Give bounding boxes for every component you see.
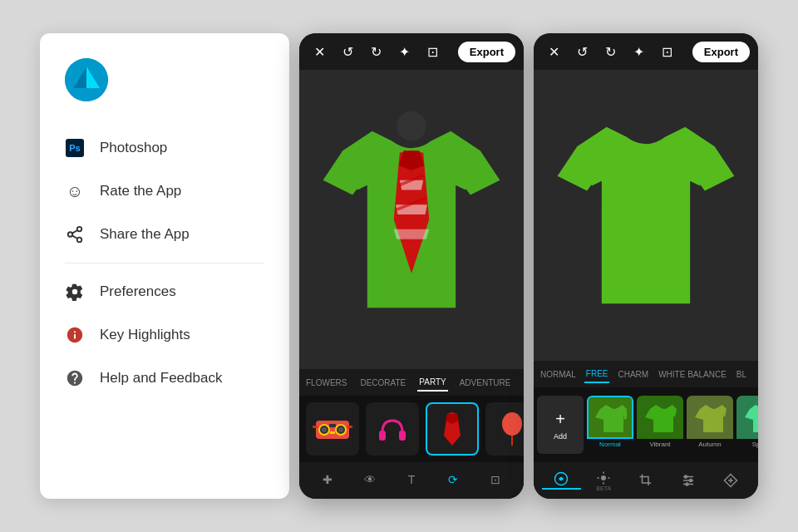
redo-icon[interactable]: ↻ (364, 40, 387, 63)
tab-eye[interactable]: 👁 (349, 473, 389, 488)
svg-point-16 (322, 427, 327, 432)
svg-point-31 (601, 475, 606, 480)
svg-point-37 (686, 483, 688, 485)
menu-highlights-label: Key Highlights (100, 327, 190, 343)
share-icon (65, 224, 85, 244)
cat-adventure[interactable]: ADVENTURE (458, 375, 513, 391)
svg-rect-19 (329, 424, 336, 427)
tshirt-plain-svg (546, 107, 746, 323)
middle-main-image (299, 70, 524, 369)
phone-right: ✕ ↺ ↻ ✦ ⊡ Export NORMAL FREE CHARM WHITE… (534, 33, 758, 499)
gear-icon (65, 282, 85, 302)
middle-toolbar: ✕ ↺ ↻ ✦ ⊡ Export (299, 33, 524, 70)
menu-item-photoshop[interactable]: Ps Photoshop (40, 126, 289, 170)
app-logo (65, 58, 108, 101)
app-container: Ps Photoshop ☺ Rate the App (0, 0, 798, 532)
phone-middle: ✕ ↺ ↻ ✦ ⊡ Export (299, 33, 524, 499)
undo-icon[interactable]: ↺ (336, 40, 359, 63)
svg-point-3 (77, 238, 82, 243)
action-adjust[interactable]: BETA (584, 470, 623, 491)
svg-line-4 (72, 235, 77, 239)
tab-camera[interactable]: ⊡ (475, 473, 515, 488)
compare-icon-right[interactable]: ⊡ (655, 40, 678, 63)
sticker-headphones[interactable] (366, 402, 419, 456)
menu-rate-label: Rate the App (100, 183, 181, 200)
export-button-right[interactable]: Export (692, 42, 750, 62)
right-toolbar: ✕ ↺ ↻ ✦ ⊡ Export (534, 33, 758, 70)
smiley-icon: ☺ (65, 181, 85, 201)
action-heal[interactable] (711, 473, 750, 488)
tab-text[interactable]: T (392, 473, 431, 488)
right-main-image (534, 70, 758, 361)
menu-help-label: Help and Feedback (100, 370, 222, 387)
svg-point-18 (338, 427, 343, 432)
menu-item-preferences[interactable]: Preferences (40, 270, 289, 313)
filter-strip: + Add Normal (534, 387, 758, 462)
svg-point-35 (684, 475, 687, 478)
svg-point-2 (68, 232, 73, 237)
menu-photoshop-label: Photoshop (100, 140, 167, 156)
svg-marker-10 (394, 229, 430, 239)
menu-share-label: Share the App (100, 226, 190, 243)
svg-line-5 (72, 230, 77, 234)
middle-bottom-tabs: ✚ 👁 T ⟳ ⊡ (299, 462, 524, 499)
filter-spring[interactable]: Spr... (736, 396, 758, 454)
filter-vibrant[interactable]: Vibrant (637, 396, 683, 454)
cat-party[interactable]: PARTY (417, 374, 447, 392)
menu-item-share[interactable]: Share the App (40, 213, 289, 256)
wand-icon[interactable]: ✦ (392, 40, 416, 63)
svg-rect-24 (399, 431, 406, 441)
filter-cat-normal[interactable]: NORMAL (539, 367, 578, 382)
close-icon-right[interactable]: ✕ (542, 40, 565, 63)
svg-rect-21 (313, 426, 318, 428)
menu-divider-1 (65, 263, 264, 264)
menu-item-highlights[interactable]: Key Highlights (40, 313, 289, 357)
svg-rect-23 (379, 431, 386, 441)
sticker-boombox[interactable] (306, 402, 359, 456)
svg-rect-6 (397, 111, 426, 140)
filter-cat-bl[interactable]: BL (735, 367, 748, 382)
right-action-bar: BETA (534, 462, 758, 499)
svg-rect-22 (347, 426, 352, 428)
tab-sticker[interactable]: ⟳ (433, 473, 473, 488)
filter-cat-free[interactable]: FREE (584, 366, 610, 383)
svg-point-36 (689, 480, 692, 482)
filter-autumn[interactable]: Autumn (687, 396, 733, 454)
svg-rect-29 (631, 107, 660, 135)
tshirt-tie-svg (312, 111, 511, 328)
filter-category-strip: NORMAL FREE CHARM WHITE BALANCE BL (534, 361, 758, 387)
wand-icon-right[interactable]: ✦ (627, 40, 650, 63)
sticker-balloon[interactable] (485, 402, 524, 456)
svg-point-1 (77, 227, 82, 232)
help-icon (65, 368, 85, 388)
cat-flowers[interactable]: FLOWERS (304, 375, 348, 391)
menu-preferences-label: Preferences (100, 283, 176, 300)
menu-items-list: Ps Photoshop ☺ Rate the App (40, 126, 289, 400)
sticker-tie[interactable] (426, 402, 479, 456)
action-levels[interactable] (668, 473, 707, 488)
filter-cat-charm[interactable]: CHARM (616, 367, 650, 382)
info-icon (65, 325, 85, 345)
export-button-middle[interactable]: Export (458, 42, 515, 62)
filter-normal[interactable]: Normal (587, 396, 633, 454)
menu-item-help[interactable]: Help and Feedback (40, 357, 289, 400)
action-crop[interactable] (627, 473, 666, 488)
action-mix[interactable] (542, 471, 581, 490)
tab-heal[interactable]: ✚ (308, 473, 347, 488)
cat-food[interactable]: FOOD (522, 375, 524, 391)
menu-panel: Ps Photoshop ☺ Rate the App (40, 33, 289, 499)
filter-add-button[interactable]: + Add (537, 396, 584, 454)
redo-icon-right[interactable]: ↻ (598, 40, 622, 63)
compare-icon[interactable]: ⊡ (421, 40, 444, 63)
sticker-strip (299, 396, 524, 462)
svg-point-27 (502, 412, 522, 436)
ps-icon: Ps (65, 138, 85, 158)
close-icon[interactable]: ✕ (308, 40, 331, 63)
svg-rect-20 (330, 431, 335, 434)
category-strip-middle: FLOWERS DECORATE PARTY ADVENTURE FOOD (299, 369, 524, 396)
cat-decorate[interactable]: DECORATE (358, 375, 407, 391)
menu-item-rate[interactable]: ☺ Rate the App (40, 170, 289, 213)
undo-icon-right[interactable]: ↺ (570, 40, 594, 63)
filter-cat-wb[interactable]: WHITE BALANCE (657, 367, 728, 382)
